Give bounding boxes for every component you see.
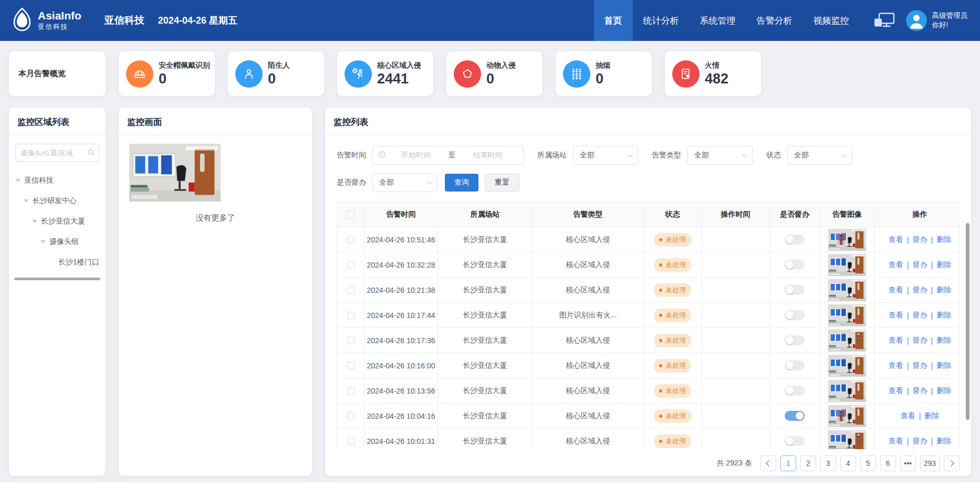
- action-link-view[interactable]: 查看: [889, 311, 903, 320]
- caret-down-icon[interactable]: [15, 179, 20, 182]
- next-page-button[interactable]: [944, 455, 960, 471]
- tree-item[interactable]: 长沙1楼门口: [9, 252, 106, 272]
- action-link-delete[interactable]: 删除: [936, 311, 951, 320]
- alarm-image-thumbnail[interactable]: [828, 330, 866, 352]
- row-checkbox[interactable]: [347, 236, 355, 243]
- tree-item[interactable]: 长沙研发中心: [9, 190, 106, 211]
- supervise-toggle[interactable]: [785, 310, 805, 320]
- row-checkbox[interactable]: [347, 412, 355, 420]
- supervise-select[interactable]: 全部: [372, 173, 437, 192]
- page: AsiaInfo 亚信科技 亚信科技 2024-04-26 星期五 首页统计分析…: [0, 0, 980, 488]
- page-button[interactable]: 2: [800, 455, 816, 471]
- row-checkbox[interactable]: [347, 362, 355, 369]
- page-button[interactable]: 293: [920, 455, 940, 471]
- monitor-wall-icon[interactable]: [873, 12, 895, 29]
- action-link-view[interactable]: 查看: [889, 336, 903, 345]
- action-link-delete[interactable]: 删除: [936, 437, 951, 446]
- tree-item[interactable]: 摄像头组: [9, 231, 106, 252]
- start-time-placeholder[interactable]: 开始时间: [386, 151, 446, 160]
- nav-item[interactable]: 告警分析: [746, 0, 803, 41]
- action-link-supervise[interactable]: 督办: [913, 311, 927, 320]
- action-link-supervise[interactable]: 督办: [913, 437, 927, 446]
- alarm-image-thumbnail[interactable]: [828, 405, 866, 427]
- tree-horizontal-scrollbar[interactable]: [14, 278, 100, 280]
- alarm-type-select[interactable]: 全部: [687, 146, 753, 165]
- search-input[interactable]: [15, 144, 99, 162]
- select-all-checkbox[interactable]: [347, 211, 355, 218]
- end-time-placeholder[interactable]: 结束时间: [458, 151, 518, 160]
- nav-item[interactable]: 视频监控: [803, 0, 860, 41]
- alarm-image-thumbnail[interactable]: [828, 254, 866, 276]
- action-link-supervise[interactable]: 督办: [913, 361, 927, 370]
- row-checkbox[interactable]: [347, 438, 355, 445]
- alarm-image-thumbnail[interactable]: [828, 380, 866, 402]
- action-link-delete[interactable]: 删除: [924, 411, 939, 421]
- action-link-view[interactable]: 查看: [889, 235, 903, 245]
- action-link-view[interactable]: 查看: [889, 260, 903, 270]
- supervise-toggle[interactable]: [785, 360, 805, 370]
- status-select[interactable]: 全部: [787, 146, 852, 165]
- alarm-image-cell: [820, 353, 875, 378]
- alarm-image-thumbnail[interactable]: [828, 430, 866, 450]
- action-link-view[interactable]: 查看: [889, 437, 903, 446]
- nav-item[interactable]: 首页: [594, 0, 633, 41]
- alarm-time-range-input[interactable]: 开始时间 至 结束时间: [372, 146, 524, 165]
- action-link-delete[interactable]: 删除: [936, 386, 951, 396]
- action-link-supervise[interactable]: 督办: [913, 260, 927, 270]
- action-link-supervise[interactable]: 督办: [913, 386, 927, 396]
- action-link-supervise[interactable]: 督办: [913, 336, 927, 345]
- supervise-toggle[interactable]: [785, 411, 805, 421]
- caret-down-icon[interactable]: [24, 199, 29, 203]
- action-link-supervise[interactable]: 督办: [913, 235, 927, 245]
- row-checkbox[interactable]: [347, 387, 355, 395]
- alarm-image-thumbnail[interactable]: [828, 355, 866, 377]
- action-link-delete[interactable]: 删除: [936, 260, 951, 270]
- caret-down-icon[interactable]: [32, 220, 37, 223]
- camera-thumbnail[interactable]: [129, 144, 301, 201]
- page-button[interactable]: 5: [860, 455, 876, 471]
- page-button[interactable]: 3: [820, 455, 836, 471]
- row-checkbox[interactable]: [347, 287, 355, 294]
- page-button[interactable]: 6: [880, 455, 896, 471]
- status-select-value: 全部: [794, 151, 809, 160]
- action-link-view[interactable]: 查看: [889, 361, 903, 370]
- row-checkbox[interactable]: [347, 261, 355, 269]
- alarm-image-thumbnail[interactable]: [828, 229, 866, 251]
- supervise-toggle[interactable]: [785, 235, 805, 245]
- supervise-toggle[interactable]: [785, 260, 805, 270]
- action-link-view[interactable]: 查看: [889, 386, 903, 396]
- reset-button[interactable]: 重置: [485, 174, 519, 192]
- alarm-image-thumbnail[interactable]: [828, 304, 866, 326]
- action-link-delete[interactable]: 删除: [936, 361, 951, 370]
- query-button[interactable]: 查询: [445, 174, 478, 192]
- tree-item[interactable]: 亚信科技: [9, 170, 106, 190]
- avatar[interactable]: [906, 10, 927, 31]
- action-link-view[interactable]: 查看: [889, 285, 903, 295]
- action-link-delete[interactable]: 删除: [936, 235, 951, 245]
- row-checkbox[interactable]: [347, 312, 355, 319]
- prev-page-button[interactable]: [760, 455, 776, 471]
- supervise-toggle[interactable]: [785, 386, 805, 396]
- page-ellipsis[interactable]: •••: [900, 455, 916, 471]
- action-link-supervise[interactable]: 督办: [913, 285, 927, 295]
- row-checkbox[interactable]: [347, 337, 355, 344]
- action-separator: |: [931, 336, 933, 345]
- alarm-image-thumbnail[interactable]: [828, 279, 866, 301]
- search-icon[interactable]: [87, 148, 95, 158]
- status-text: 未处理: [665, 235, 686, 245]
- tree-item[interactable]: 长沙亚信大厦: [9, 211, 106, 231]
- nav-item[interactable]: 系统管理: [690, 0, 746, 41]
- action-link-delete[interactable]: 删除: [936, 336, 951, 345]
- supervise-toggle[interactable]: [785, 436, 805, 446]
- page-button[interactable]: 4: [840, 455, 856, 471]
- supervise-toggle[interactable]: [785, 335, 805, 345]
- table-vertical-scrollbar[interactable]: [966, 223, 969, 420]
- station-select[interactable]: 全部: [573, 146, 638, 165]
- supervise-toggle[interactable]: [785, 285, 805, 295]
- action-link-delete[interactable]: 删除: [936, 285, 951, 295]
- action-link-view[interactable]: 查看: [901, 411, 915, 421]
- status-cell: 未处理: [644, 404, 702, 429]
- nav-item[interactable]: 统计分析: [633, 0, 690, 41]
- caret-down-icon[interactable]: [40, 240, 46, 243]
- page-button[interactable]: 1: [780, 455, 796, 471]
